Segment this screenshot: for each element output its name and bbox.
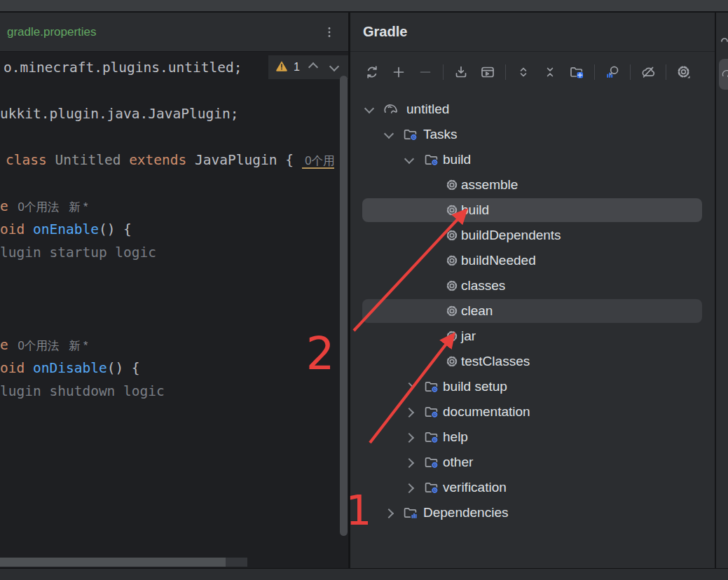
- tree-item-verification[interactable]: verification: [350, 475, 715, 500]
- stripe-mini-icon: [720, 35, 728, 43]
- tree-item-label: classes: [461, 278, 505, 294]
- tree-item-dependencies[interactable]: Dependencies: [350, 500, 715, 525]
- tasks-folder-icon: [424, 429, 439, 448]
- code-line[interactable]: lugin startup logic: [0, 241, 156, 264]
- tree-item-label: assemble: [461, 177, 518, 193]
- notifications-icon[interactable]: [720, 34, 728, 46]
- gradle-toolbar: [350, 53, 715, 92]
- next-warning-icon[interactable]: [329, 61, 339, 71]
- dependencies-folder-icon: [403, 505, 418, 520]
- code-line[interactable]: lugin shutdown logic: [0, 380, 165, 403]
- window-title-bar: [0, 0, 728, 11]
- run-configuration-button[interactable]: [477, 62, 498, 83]
- tree-item-label: buildNeeded: [461, 253, 536, 268]
- gradle-elephant-icon: [383, 102, 398, 120]
- code-segment: 0个用法 新 *: [8, 339, 88, 352]
- tasks-folder-icon: [403, 127, 418, 145]
- task-gear-icon: [445, 354, 459, 371]
- analyze-dependencies-button[interactable]: [602, 62, 623, 83]
- gradle-tool-window-button[interactable]: [719, 59, 728, 90]
- tree-item-testclasses[interactable]: testClasses: [350, 349, 715, 374]
- gradle-elephant-icon: [721, 68, 728, 81]
- collapse-all-icon: [542, 64, 558, 80]
- tree-item-jar[interactable]: jar: [350, 324, 715, 349]
- code-line[interactable]: oid onDisable() {: [0, 357, 140, 380]
- sync-button[interactable]: [362, 62, 383, 83]
- code-segment: JavaPlugin {: [186, 152, 301, 168]
- chevron-down-icon[interactable]: [384, 129, 394, 139]
- tree-item-buildneeded[interactable]: buildNeeded: [350, 248, 715, 273]
- code-segment: o.minecraft.plugins.untitled;: [4, 60, 242, 76]
- tree-item-label: build: [461, 202, 489, 218]
- horizontal-scrollbar-track: [226, 558, 247, 567]
- code-line[interactable]: ukkit.plugin.java.JavaPlugin;: [0, 102, 238, 125]
- group-tasks-button[interactable]: [566, 62, 587, 83]
- offline-mode-button[interactable]: [638, 62, 659, 83]
- add-button[interactable]: [388, 62, 409, 83]
- code-line[interactable]: e 0个用法 新 *: [0, 333, 88, 357]
- chevron-right-icon[interactable]: [404, 408, 414, 417]
- download-icon: [453, 64, 469, 80]
- cloud-off-icon: [640, 64, 656, 80]
- code-line[interactable]: class Untitled extends JavaPlugin { 0个用: [6, 149, 334, 172]
- magnifier-chart-icon: [605, 64, 620, 80]
- code-segment: class: [6, 152, 47, 168]
- tree-item-other[interactable]: other: [350, 450, 715, 475]
- task-gear-icon: [445, 203, 459, 220]
- expand-all-button[interactable]: [513, 62, 534, 83]
- chevron-right-icon[interactable]: [404, 458, 414, 468]
- chevron-right-icon[interactable]: [404, 382, 414, 392]
- tree-item-clean[interactable]: clean: [350, 298, 715, 324]
- tree-item-documentation[interactable]: documentation: [350, 399, 715, 424]
- download-sources-button[interactable]: [451, 62, 472, 83]
- chevron-right-icon[interactable]: [404, 433, 414, 443]
- code-segment: () {: [107, 360, 140, 376]
- task-gear-icon: [445, 329, 459, 346]
- tree-item-tasks[interactable]: Tasks: [350, 122, 715, 147]
- inspection-widget[interactable]: 1: [268, 55, 348, 79]
- tree-item-classes[interactable]: classes: [350, 273, 715, 298]
- tree-item-label: jar: [461, 329, 476, 344]
- tree-item-build[interactable]: build: [350, 198, 715, 223]
- tree-selection-highlight: [362, 299, 702, 323]
- ide-window: gradle.properties o.minecraft.plugins.un…: [0, 0, 728, 580]
- code-editor[interactable]: gradle.properties o.minecraft.plugins.un…: [0, 13, 348, 568]
- tasks-folder-icon: [424, 404, 439, 422]
- code-line[interactable]: o.minecraft.plugins.untitled;: [4, 56, 242, 79]
- tasks-folder-icon: [424, 429, 439, 445]
- chevron-down-icon[interactable]: [404, 154, 414, 164]
- tree-item-label: clean: [461, 303, 493, 319]
- editor-tab-bar: gradle.properties: [0, 13, 348, 52]
- vertical-scrollbar[interactable]: [340, 76, 348, 536]
- tree-item-help[interactable]: help: [350, 424, 715, 450]
- horizontal-scrollbar[interactable]: [0, 558, 226, 567]
- expand-all-icon: [516, 64, 531, 80]
- collapse-all-button[interactable]: [540, 62, 561, 83]
- tab-gradle-properties[interactable]: gradle.properties: [7, 25, 97, 39]
- chevron-right-icon[interactable]: [404, 483, 414, 493]
- task-gear-icon: [445, 329, 459, 343]
- tree-item-builddependents[interactable]: buildDependents: [350, 223, 715, 248]
- chevron-right-icon[interactable]: [384, 509, 394, 518]
- code-line[interactable]: e 0个用法 新 *: [0, 195, 88, 218]
- warning-count[interactable]: 1: [294, 61, 300, 74]
- code-line[interactable]: oid onEnable() {: [0, 218, 132, 241]
- tree-item-label: Tasks: [423, 127, 458, 142]
- remove-button[interactable]: [415, 62, 436, 83]
- tree-item-untitled[interactable]: untitled: [350, 97, 715, 122]
- tree-item-build-setup[interactable]: build setup: [350, 374, 715, 399]
- tree-item-assemble[interactable]: assemble: [350, 172, 715, 198]
- previous-warning-icon[interactable]: [308, 62, 318, 72]
- tasks-folder-icon: [424, 455, 439, 473]
- tree-selection-highlight: [362, 198, 702, 222]
- tasks-folder-icon: [424, 455, 439, 470]
- settings-button[interactable]: [673, 62, 694, 83]
- tasks-folder-icon: [424, 379, 439, 397]
- tool-window-stripe: [715, 13, 728, 568]
- task-gear-icon: [445, 254, 459, 268]
- kebab-menu-icon[interactable]: [322, 25, 337, 43]
- chevron-down-icon[interactable]: [364, 104, 374, 113]
- tree-item-build[interactable]: build: [350, 147, 715, 172]
- task-gear-icon: [445, 228, 459, 242]
- code-segment: [121, 152, 129, 168]
